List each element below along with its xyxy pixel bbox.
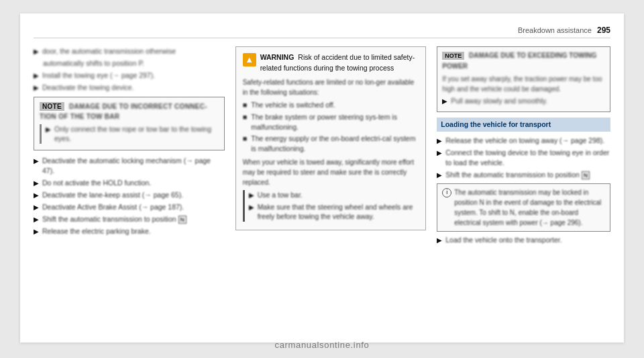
warning-action-1: ▶ Use a tow bar. [249,190,419,200]
col-left: ▶ door, the automatic transmission other… [34,46,225,247]
note-body-right: If you set away sharply, the traction po… [442,74,605,94]
intro-line-3: ▶ Install the towing eye (→ page 297). [34,71,225,81]
note-title: NOTE Damage due to incorrect connec-tion… [40,101,219,122]
note-inner: ▶ Only connect the tow rope or tow bar t… [40,124,219,144]
arrow-icon-rb1: ▶ [437,136,442,146]
warning-box: ▲ WARNING Risk of accident due to limite… [235,46,427,230]
intro-line-1: ▶ door, the automatic transmission other… [34,46,225,56]
situation-1: ■ The vehicle is switched off. [243,100,419,110]
arrow-icon-b4: ▶ [34,203,39,212]
arrow-icon-rb2: ▶ [437,148,442,158]
page-header: Breakdown assistance 295 [34,26,610,38]
intro-line-4: ▶ Deactivate the towing device. [34,83,225,93]
bullet-item-1: ▶ Deactivate the automatic locking mecha… [34,156,225,175]
note-box-towbar: NOTE Damage due to incorrect connec-tion… [34,97,225,150]
warning-intro: Safety-related functions are limited or … [243,77,419,97]
arrow-icon-b2: ▶ [34,179,39,188]
arrow-icon-b1: ▶ [34,156,39,166]
arrow-icon-b6: ▶ [34,227,39,236]
note-action-right: ▶ Pull away slowly and smoothly. [442,96,605,106]
page-number: 295 [597,26,610,35]
bullet-item-2: ▶ Do not activate the HOLD function. [34,178,225,188]
dash-icon-3: ■ [243,134,248,144]
situation-2: ■ The brake system or power steering sys… [243,112,419,132]
warning-action-intro: When your vehicle is towed away, signifi… [243,157,419,187]
arrow-icon-wa2: ▶ [249,203,254,212]
right-bullet-1: ▶ Release the vehicle on towing away (→ … [437,136,610,146]
arrow-icon-3: ▶ [34,83,39,93]
arrow-icon-rb3: ▶ [437,171,442,180]
arrow-icon-b5: ▶ [34,215,39,224]
warning-title-block: WARNING Risk of accident due to limited … [260,52,419,74]
arrow-icon-note: ▶ [46,125,51,134]
note-bullet-1: ▶ Only connect the tow rope or tow bar t… [46,124,219,144]
right-bullet-3: ▶ Shift the automatic transmission to po… [437,170,610,180]
warning-actions: ▶ Use a tow bar. ▶ Make sure that the st… [243,190,419,222]
page-container: Breakdown assistance 295 ▶ door, the aut… [20,13,624,343]
bullet-item-5: ▶ Shift the automatic transmission to po… [34,214,225,224]
arrow-icon-wa1: ▶ [249,191,254,200]
dash-icon-1: ■ [243,100,248,110]
note-title-right: NOTE Damage due to exceeding towing powe… [442,50,605,71]
note-box-towing-power: NOTE Damage due to exceeding towing powe… [437,46,610,112]
warning-body: Safety-related functions are limited or … [243,77,419,222]
right-bullet-2: ▶ Connect the towing device to the towin… [437,148,610,167]
bullet-item-4: ▶ Deactivate Active Brake Assist (→ page… [34,202,225,212]
dash-icon-2: ■ [243,112,248,122]
arrow-icon: ▶ [34,47,39,56]
situation-3: ■ The energy supply or the on-board elec… [243,134,419,153]
section-title: Breakdown assistance [518,26,592,34]
warning-label: WARNING [260,53,294,61]
circle-note-icon: i [442,188,451,197]
arrow-icon-b3: ▶ [34,191,39,200]
watermark: carmanualsontine.info [0,340,644,350]
content-columns: ▶ door, the automatic transmission other… [34,46,610,247]
arrow-icon-r1: ▶ [442,97,447,106]
right-bullets: ▶ Release the vehicle on towing away (→ … [437,136,610,244]
bullet-item-6: ▶ Release the electric parking brake. [34,226,225,236]
left-bullets: ▶ Deactivate the automatic locking mecha… [34,156,225,236]
note-circle-box: i The automatic transmission may be lock… [437,183,610,232]
arrow-icon-2: ▶ [34,71,39,81]
arrow-icon-rb5: ▶ [437,236,442,245]
intro-line-2: automatically shifts to position P. [43,58,225,69]
col-middle: ▲ WARNING Risk of accident due to limite… [235,46,427,247]
warning-header: ▲ WARNING Risk of accident due to limite… [243,52,419,74]
warning-action-2: ▶ Make sure that the steering wheel and … [249,202,419,222]
warning-icon: ▲ [243,53,256,66]
section-heading-transport: Loading the vehicle for transport [437,118,610,132]
right-bullet-5: ▶ Load the vehicle onto the transporter. [437,235,610,245]
bullet-item-3: ▶ Deactivate the lane-keep assist (→ pag… [34,190,225,200]
col-right: NOTE Damage due to exceeding towing powe… [437,46,610,247]
